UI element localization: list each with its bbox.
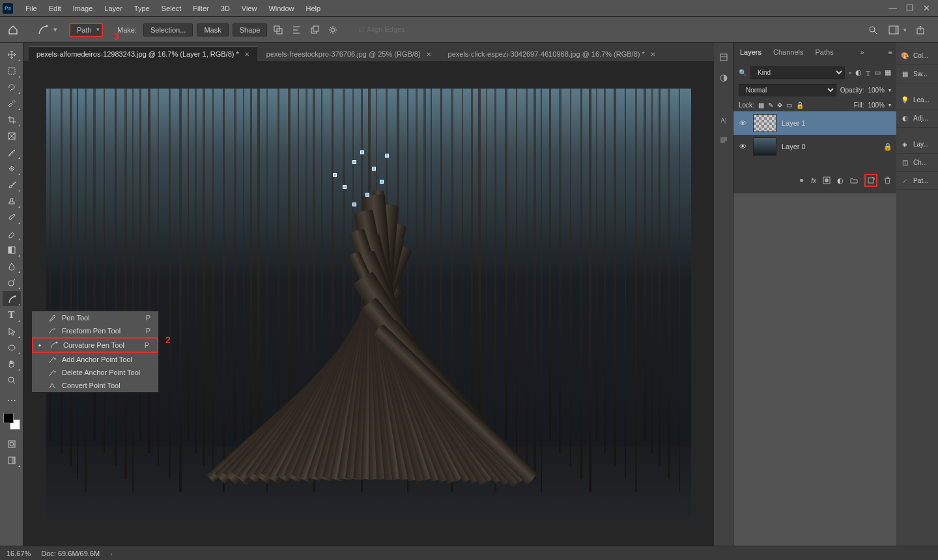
- opacity-value[interactable]: 100%: [868, 87, 885, 94]
- color-panel-tab[interactable]: 🎨Col...: [896, 47, 938, 65]
- flyout-freeform-pen[interactable]: Freeform Pen ToolP: [32, 324, 158, 337]
- panel-menu-icon[interactable]: ≡: [888, 48, 892, 56]
- layer-row-0[interactable]: 👁 Layer 0 🔒: [733, 135, 896, 158]
- current-tool-icon[interactable]: [35, 22, 51, 38]
- screenmode-icon[interactable]: [3, 453, 21, 468]
- menu-view[interactable]: View: [236, 0, 263, 17]
- lasso-tool[interactable]: [3, 79, 21, 94]
- tab-paths[interactable]: Paths: [813, 44, 836, 60]
- healing-tool[interactable]: [3, 161, 21, 176]
- new-layer-icon[interactable]: [864, 174, 877, 187]
- doc-info[interactable]: Doc: 69.6M/69.6M: [41, 550, 100, 557]
- doc-tab-1[interactable]: pexels-alfomedeiros-12983243.jpg @ 16.7%…: [29, 46, 257, 61]
- visibility-icon[interactable]: 👁: [737, 143, 748, 150]
- shape-tool[interactable]: [3, 340, 21, 355]
- tab-channels[interactable]: Channels: [771, 44, 806, 60]
- menu-file[interactable]: File: [20, 0, 43, 17]
- flyout-curvature-pen[interactable]: •Curvature Pen ToolP: [32, 337, 158, 353]
- marquee-tool[interactable]: [3, 63, 21, 78]
- pen-tool[interactable]: [3, 291, 21, 306]
- filter-pixel-icon[interactable]: ▫: [849, 69, 851, 77]
- type-tool[interactable]: T: [3, 307, 21, 322]
- mask-icon[interactable]: [823, 176, 831, 184]
- search-icon[interactable]: [866, 23, 880, 37]
- layer-name[interactable]: Layer 1: [782, 119, 806, 127]
- tab-layers[interactable]: Layers: [737, 44, 764, 60]
- gradient-tool[interactable]: [3, 242, 21, 257]
- gear-icon[interactable]: [326, 23, 340, 37]
- eraser-tool[interactable]: [3, 226, 21, 241]
- quickmask-icon[interactable]: [3, 436, 21, 451]
- lock-trans-icon[interactable]: ▦: [758, 102, 764, 109]
- lock-paint-icon[interactable]: ✎: [768, 102, 773, 109]
- link-layers-icon[interactable]: ⚭: [799, 176, 804, 185]
- channels-panel-tab[interactable]: ◫Ch...: [896, 154, 938, 172]
- panel-collapse-icon[interactable]: »: [860, 48, 864, 56]
- dodge-tool[interactable]: [3, 275, 21, 290]
- adjust-layer-icon[interactable]: ◐: [837, 176, 844, 185]
- make-selection-button[interactable]: Selection...: [143, 23, 193, 36]
- layer-filter-kind[interactable]: Kind: [750, 66, 845, 79]
- adjustments-panel-tab[interactable]: ◐Adj...: [896, 109, 938, 128]
- layer-thumbnail[interactable]: [753, 114, 776, 132]
- canvas[interactable]: [46, 89, 691, 518]
- menu-image[interactable]: Image: [67, 0, 99, 17]
- filter-type-icon[interactable]: T: [866, 69, 870, 77]
- close-icon[interactable]: ✕: [426, 51, 431, 58]
- blur-tool[interactable]: [3, 259, 21, 273]
- frame-tool[interactable]: [3, 128, 21, 143]
- doc-tab-3[interactable]: pexels-click-espezi-3042697-4610968.jpg …: [440, 47, 663, 61]
- lock-artboard-icon[interactable]: ▭: [786, 102, 792, 109]
- flyout-delete-anchor[interactable]: Delete Anchor Point Tool: [32, 366, 158, 379]
- home-icon[interactable]: [5, 22, 21, 38]
- close-icon[interactable]: ✕: [244, 51, 249, 58]
- menu-select[interactable]: Select: [156, 0, 188, 17]
- paragraph-icon[interactable]: [717, 134, 730, 147]
- path-operations-icon[interactable]: [271, 23, 285, 37]
- group-icon[interactable]: [850, 177, 858, 184]
- crop-tool[interactable]: [3, 112, 21, 127]
- canvas-viewport[interactable]: [23, 61, 714, 546]
- make-mask-button[interactable]: Mask: [197, 23, 228, 36]
- status-chevron-icon[interactable]: ›: [110, 550, 113, 557]
- color-swatches[interactable]: [3, 413, 20, 430]
- lock-pos-icon[interactable]: ✥: [777, 102, 782, 109]
- restore-icon[interactable]: ❐: [906, 3, 914, 13]
- close-icon[interactable]: ✕: [650, 51, 655, 58]
- delete-layer-icon[interactable]: [884, 176, 891, 184]
- menu-3d[interactable]: 3D: [215, 0, 236, 17]
- filter-adjust-icon[interactable]: ◐: [855, 68, 862, 77]
- paths-panel-tab[interactable]: ⟋Pat...: [896, 172, 938, 190]
- workspace-icon[interactable]: [887, 23, 901, 37]
- make-shape-button[interactable]: Shape: [233, 23, 268, 36]
- fill-value[interactable]: 100%: [868, 102, 885, 109]
- swatches-panel-tab[interactable]: ▦Sw...: [896, 65, 938, 83]
- adjustments-icon[interactable]: [717, 72, 730, 85]
- menu-layer[interactable]: Layer: [98, 0, 128, 17]
- history-brush-tool[interactable]: [3, 210, 21, 225]
- menu-window[interactable]: Window: [263, 0, 300, 17]
- hand-tool[interactable]: [3, 356, 21, 371]
- lock-all-icon[interactable]: 🔒: [796, 102, 804, 109]
- minimize-icon[interactable]: —: [888, 3, 897, 13]
- flyout-convert-point[interactable]: Convert Point Tool: [32, 379, 158, 392]
- flyout-pen-tool[interactable]: Pen ToolP: [32, 311, 158, 324]
- share-icon[interactable]: [913, 23, 928, 37]
- layers-panel-tab[interactable]: ◈Lay...: [896, 135, 938, 154]
- filter-smart-icon[interactable]: ▦: [885, 68, 891, 77]
- brush-tool[interactable]: [3, 177, 21, 192]
- menu-help[interactable]: Help: [300, 0, 327, 17]
- character-icon[interactable]: A|: [717, 113, 730, 126]
- close-icon[interactable]: ✕: [923, 3, 930, 13]
- path-alignment-icon[interactable]: [289, 23, 304, 37]
- layer-row-1[interactable]: 👁 Layer 1: [733, 111, 896, 135]
- path-select-tool[interactable]: [3, 324, 21, 339]
- tool-mode-dropdown[interactable]: Path ▾: [69, 23, 103, 37]
- menu-edit[interactable]: Edit: [43, 0, 67, 17]
- layer-thumbnail[interactable]: [753, 137, 776, 156]
- eyedropper-tool[interactable]: [3, 145, 21, 160]
- properties-icon[interactable]: [717, 51, 730, 64]
- learn-panel-tab[interactable]: 💡Lea...: [896, 91, 938, 109]
- fx-icon[interactable]: fx: [811, 177, 816, 184]
- zoom-level[interactable]: 16.67%: [7, 550, 31, 557]
